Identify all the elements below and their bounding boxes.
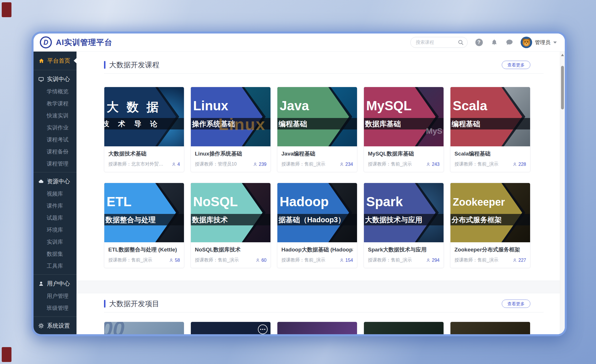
section-title-bar (104, 61, 105, 69)
sidebar-item-课程备份[interactable]: 课程备份 (34, 146, 77, 158)
student-count: 294 (426, 258, 440, 263)
main-content: 大数据开发课程 查看更多 技 术 导 论 大 数 据 大数据技术基础 授课教师：… (77, 52, 565, 334)
sidebar-item-数据集[interactable]: 数据集 (34, 248, 77, 260)
user-avatar[interactable] (521, 37, 532, 48)
cover-title: Scala (453, 98, 487, 113)
course-teacher: 授课教师：售前_演示 (368, 257, 412, 263)
cover-subtitle: 数据库技术 (192, 215, 228, 225)
student-count: 227 (513, 258, 526, 263)
student-count: 4 (172, 162, 180, 167)
course-teacher: 授课教师：管理员10 (195, 161, 237, 167)
person-icon (169, 258, 173, 262)
search-input[interactable] (415, 40, 456, 45)
person-icon (256, 258, 260, 262)
sidebar-group-用户中心[interactable]: 用户中心 (34, 277, 77, 290)
course-card[interactable]: 分布式服务框架 Zookeeper Zookeeper分布式服务框架 授课教师：… (450, 183, 530, 268)
cover-title: Hadoop (280, 194, 329, 209)
course-title: ETL数据整合与处理 (Kettle) (108, 246, 180, 253)
sidebar-item-课程管理[interactable]: 课程管理 (34, 158, 77, 170)
home-icon (38, 58, 44, 64)
sidebar-group-实训中心[interactable]: 实训中心 (34, 72, 77, 86)
sidebar-item-home[interactable]: 平台首页 (34, 54, 77, 68)
header-actions: ? (410, 37, 557, 48)
section-divider (104, 73, 544, 74)
course-title: MySQL数据库基础 (368, 150, 440, 158)
course-title: 大数据技术基础 (108, 150, 180, 158)
monitor-icon (38, 76, 44, 82)
view-more-projects-button[interactable]: 查看更多 (502, 300, 530, 308)
search-box[interactable] (410, 37, 468, 48)
cover-subtitle: 操作系统基础 (192, 119, 235, 129)
sidebar-item-环境库[interactable]: 环境库 (34, 224, 77, 236)
course-card[interactable]: 编程基础 Scala Scala编程基础 授课教师：售前_演示 228 (450, 87, 530, 172)
sidebar-item-视频库[interactable]: 视频库 (34, 188, 77, 200)
cover-title: Spark (366, 194, 403, 209)
person-icon (340, 258, 344, 262)
person-icon (513, 162, 517, 166)
sidebar-item-实训库[interactable]: 实训库 (34, 236, 77, 248)
project-card[interactable]: 大数据开发案例 (277, 322, 357, 334)
cover-subtitle: 数据库基础 (365, 119, 401, 129)
project-card[interactable]: 大数据开发案例 (191, 322, 271, 334)
person-icon (172, 162, 176, 166)
message-icon[interactable] (505, 39, 513, 46)
help-icon[interactable]: ? (475, 39, 483, 46)
view-more-courses-button[interactable]: 查看更多 (502, 61, 530, 69)
sidebar-item-试题库[interactable]: 试题库 (34, 212, 77, 224)
course-title: Hadoop大数据基础 (Hadoop3) (281, 246, 353, 253)
sidebar-item-用户管理[interactable]: 用户管理 (34, 290, 77, 302)
course-title: Spark大数据技术与应用 (368, 246, 440, 253)
sidebar-group-资源中心[interactable]: 资源中心 (34, 175, 77, 188)
course-teacher: 授课教师：售前_演示 (108, 257, 152, 263)
section-projects: 大数据开发项目 查看更多 大数据开发案例 00 大数据开发案例 大数据开发案例 … (104, 297, 544, 334)
course-title: Java编程基础 (281, 150, 353, 158)
sidebar-divider (34, 172, 77, 172)
section-title-text: 大数据开发课程 (109, 60, 159, 70)
sidebar-group-系统设置[interactable]: 系统设置 (34, 319, 77, 332)
course-card[interactable]: 数据库技术 NoSQL NoSQL数据库技术 授课教师：售前_演示 60 (191, 183, 271, 268)
course-card[interactable]: 操作系统基础 Linux Linux Linux操作系统基础 授课教师：管理员1… (191, 87, 271, 172)
project-card[interactable]: 大数据开发案例 00 (104, 322, 184, 334)
cover-subtitle: 据基础（Hadoop3） (279, 215, 345, 225)
course-teacher: 授课教师：售前_演示 (281, 161, 325, 167)
section-title: 大数据开发项目 (104, 299, 159, 308)
user-name[interactable]: 管理员 (535, 39, 550, 46)
sidebar-item-学情概览[interactable]: 学情概览 (34, 86, 77, 98)
course-card[interactable]: 技 术 导 论 大 数 据 大数据技术基础 授课教师：北京市对外贸易学校教...… (104, 87, 184, 172)
sidebar-item-快速实训[interactable]: 快速实训 (34, 110, 77, 122)
course-card[interactable]: 数据整合与处理 ETL ETL数据整合与处理 (Kettle) 授课教师：售前_… (104, 183, 184, 268)
sidebar-item-课件库[interactable]: 课件库 (34, 200, 77, 212)
course-card[interactable]: 编程基础 Java Java编程基础 授课教师：售前_演示 234 (277, 87, 357, 172)
user-icon (38, 280, 44, 287)
more-ellipsis-icon[interactable] (258, 324, 268, 334)
content-scrollbar[interactable] (560, 52, 565, 334)
course-card[interactable]: 数据库基础 MySQL MyS MySQL数据库基础 授课教师：售前_演示 24… (364, 87, 444, 172)
sidebar-item-实训作业[interactable]: 实训作业 (34, 122, 77, 134)
sidebar-item-班级管理[interactable]: 班级管理 (34, 302, 77, 314)
scrollbar-up-arrow[interactable] (561, 54, 564, 56)
sidebar-divider (34, 274, 77, 275)
student-count: 234 (340, 162, 353, 167)
cover-subtitle: 数据整合与处理 (105, 215, 156, 225)
project-card[interactable]: 大数据开发案例 (364, 322, 444, 334)
sidebar-item-课程考试[interactable]: 课程考试 (34, 134, 77, 146)
caret-down-icon[interactable] (553, 42, 557, 44)
cover-title: MySQL (366, 98, 411, 113)
sidebar-item-教学课程[interactable]: 教学课程 (34, 98, 77, 110)
course-cover: 编程基础 Scala (450, 87, 530, 146)
person-icon (340, 162, 344, 166)
scrollbar-thumb[interactable] (561, 66, 564, 109)
search-icon[interactable] (458, 39, 464, 46)
course-card[interactable]: 大数据技术与应用 Spark Spark大数据技术与应用 授课教师：售前_演示 … (364, 183, 444, 268)
course-title: Zookeeper分布式服务框架 (454, 246, 526, 253)
course-card[interactable]: 据基础（Hadoop3） Hadoop Hadoop大数据基础 (Hadoop3… (277, 183, 357, 268)
app-header: D AI实训管理平台 ? (34, 34, 565, 52)
project-card[interactable]: 大数据开发案例 (450, 322, 530, 334)
course-cover: 操作系统基础 Linux Linux (191, 87, 270, 146)
user-menu[interactable]: 管理员 (521, 37, 557, 48)
app-window: D AI实训管理平台 ? (34, 34, 565, 334)
app-logo-icon: D (40, 36, 52, 48)
sidebar-item-工具库[interactable]: 工具库 (34, 260, 77, 272)
course-cover: 数据库技术 NoSQL (191, 183, 270, 242)
bell-icon[interactable] (490, 39, 498, 46)
